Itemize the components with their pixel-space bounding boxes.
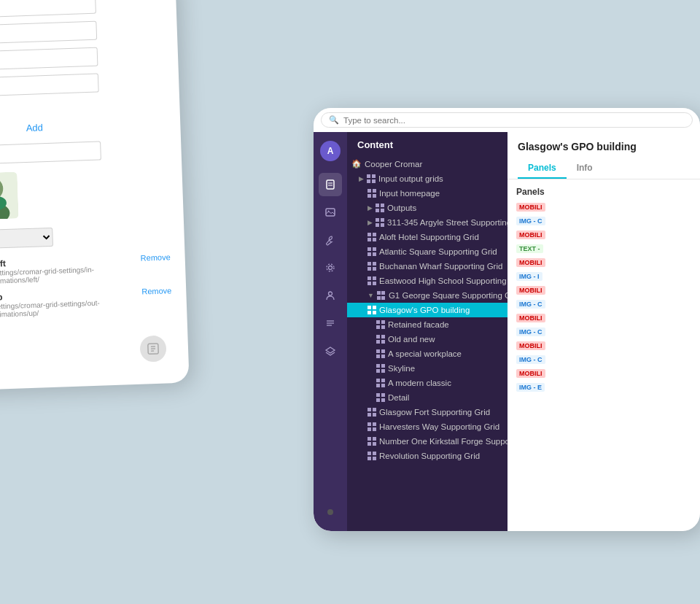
right-tablet: 🔍 A bbox=[314, 108, 700, 531]
grid-icon bbox=[368, 437, 376, 446]
avatar bbox=[0, 171, 19, 220]
input-2[interactable] bbox=[0, 21, 97, 44]
tree-label: Detail bbox=[388, 393, 409, 402]
tree-item-atlantic[interactable]: Atlantic Square Supporting Grid bbox=[347, 244, 508, 259]
input-1[interactable] bbox=[0, 0, 96, 18]
tree-item-311-argyle[interactable]: ▶ 311-345 Argyle Street Supporting Grid bbox=[347, 215, 508, 230]
panel-tag-mobili-6: MOBILI bbox=[516, 341, 545, 350]
detail-body: Panels MOBILI IMG - C MOBILI TEXT - MOBI… bbox=[508, 179, 700, 531]
grid-icon bbox=[376, 218, 384, 227]
panel-tag-img-1: IMG - C bbox=[516, 217, 545, 225]
grid-icon bbox=[368, 276, 376, 285]
tree-item-g1[interactable]: ▼ G1 George Square Supporting Grid bbox=[347, 288, 508, 303]
tree-scroll[interactable]: 🏠 Cooper Cromar ▶ Input output grids Inp… bbox=[347, 156, 508, 531]
grid-icon bbox=[367, 174, 376, 183]
detail-title: Glasgow's GPO building bbox=[518, 141, 690, 152]
tab-panels[interactable]: Panels bbox=[518, 158, 567, 179]
panel-row-4: TEXT - bbox=[516, 244, 691, 253]
tree-item-cooper-cromar[interactable]: 🏠 Cooper Cromar bbox=[347, 156, 508, 171]
sidebar-icon-layers[interactable] bbox=[319, 339, 342, 363]
panel-tag-img-2: IMG - I bbox=[516, 272, 542, 281]
wide-input[interactable] bbox=[0, 141, 101, 164]
tree-label: Cooper Cromar bbox=[365, 160, 422, 169]
grid-icon bbox=[368, 247, 376, 256]
animation-row-up: Up /settings/cromar-grid-settings/out-an… bbox=[0, 286, 172, 319]
left-tablet: ✕ Add Left /settings/cromar-grid-setting… bbox=[0, 0, 190, 390]
add-button[interactable]: Add bbox=[0, 120, 101, 135]
panel-row-2: IMG - C bbox=[516, 217, 691, 225]
arrow-icon: ▶ bbox=[368, 204, 373, 212]
grid-icon bbox=[368, 452, 376, 460]
grid-icon bbox=[368, 262, 376, 271]
content-header: Content bbox=[347, 132, 508, 156]
tree-item-input-output-grids[interactable]: ▶ Input output grids bbox=[347, 171, 508, 186]
tree-item-eastwood[interactable]: Eastwood High School Supporting Grid bbox=[347, 274, 508, 288]
arrow-icon: ▶ bbox=[368, 219, 373, 226]
sidebar-avatar: A bbox=[320, 141, 341, 161]
select-box[interactable] bbox=[0, 228, 53, 249]
svg-rect-8 bbox=[327, 180, 334, 189]
grid-icon bbox=[368, 306, 376, 314]
grid-icon bbox=[377, 291, 386, 300]
panel-row-3: MOBILI bbox=[516, 231, 691, 239]
panel-row-14: IMG - E bbox=[516, 383, 691, 392]
tree-item-special-workplace[interactable]: A special workplace bbox=[347, 346, 508, 361]
tree-item-skyline[interactable]: Skyline bbox=[347, 361, 508, 376]
remove-left-button[interactable]: Remove bbox=[140, 252, 170, 262]
tablet-right-inner: A bbox=[314, 132, 700, 531]
search-icon: 🔍 bbox=[329, 115, 339, 125]
panel-row-11: MOBILI bbox=[516, 341, 691, 350]
tab-info[interactable]: Info bbox=[567, 158, 603, 179]
content-panel: Content 🏠 Cooper Cromar ▶ Input output g… bbox=[347, 132, 508, 531]
tree-label: Number One Kirkstall Forge Supporting Gr… bbox=[379, 437, 508, 446]
tree-label: Input homepage bbox=[379, 189, 440, 198]
animation-row-left: Left /settings/cromar-grid-settings/in-a… bbox=[0, 252, 171, 285]
remove-up-button[interactable]: Remove bbox=[141, 286, 171, 295]
tree-item-number-one-kirkstall[interactable]: Number One Kirkstall Forge Supporting Gr… bbox=[347, 434, 508, 449]
grid-icon bbox=[376, 364, 385, 373]
grid-icon bbox=[376, 349, 385, 358]
panel-row-7: MOBILI bbox=[516, 286, 691, 295]
tree-label: Atlantic Square Supporting Grid bbox=[379, 247, 497, 256]
tree-label: Buchanan Wharf Supporting Grid bbox=[379, 262, 502, 271]
grid-icon bbox=[368, 408, 376, 417]
panel-tag-img-6: IMG - E bbox=[516, 383, 545, 392]
search-input[interactable] bbox=[343, 116, 685, 125]
sidebar-icon-wrench[interactable] bbox=[319, 228, 342, 252]
tree-label: Harvesters Way Supporting Grid bbox=[379, 422, 499, 431]
grid-icon bbox=[376, 335, 385, 344]
detail-tabs: Panels Info bbox=[518, 158, 690, 179]
detail-header: Glasgow's GPO building Panels Info bbox=[508, 132, 700, 179]
sidebar: A bbox=[314, 132, 347, 531]
tree-item-modern-classic[interactable]: A modern classic bbox=[347, 376, 508, 390]
tree-item-outputs[interactable]: ▶ Outputs bbox=[347, 201, 508, 215]
tree-item-glasgow-fort[interactable]: Glasgow Fort Supporting Grid bbox=[347, 405, 508, 419]
tree-label: A special workplace bbox=[388, 349, 462, 358]
tree-item-harvesters[interactable]: Harvesters Way Supporting Grid bbox=[347, 419, 508, 434]
tree-item-buchanan[interactable]: Buchanan Wharf Supporting Grid bbox=[347, 259, 508, 274]
input-3[interactable] bbox=[0, 47, 98, 71]
sidebar-icon-person[interactable] bbox=[319, 284, 342, 307]
sidebar-icon-gear[interactable] bbox=[319, 256, 342, 279]
tree-item-old-new[interactable]: Old and new bbox=[347, 332, 508, 346]
svg-point-15 bbox=[329, 292, 332, 295]
tree-item-retained-facade[interactable]: Retained facade bbox=[347, 317, 508, 332]
sidebar-icon-list[interactable] bbox=[319, 311, 342, 335]
grid-icon bbox=[376, 379, 385, 387]
tree-label: A modern classic bbox=[388, 379, 451, 387]
panel-tag-mobili-1: MOBILI bbox=[516, 203, 545, 212]
tree-item-aloft[interactable]: Aloft Hotel Supporting Grid bbox=[347, 230, 508, 244]
sidebar-icon-image[interactable] bbox=[319, 201, 342, 224]
panel-tag-mobili-2: MOBILI bbox=[516, 231, 545, 239]
tree-item-input-homepage[interactable]: Input homepage bbox=[347, 186, 508, 201]
toggle-row: ✕ bbox=[0, 97, 165, 114]
tree-item-gpo-active[interactable]: Glasgow's GPO building bbox=[347, 303, 508, 317]
tree-item-revolution[interactable]: Revolution Supporting Grid bbox=[347, 449, 508, 463]
tree-item-detail[interactable]: Detail bbox=[347, 390, 508, 405]
grid-icon bbox=[368, 422, 376, 431]
input-4[interactable] bbox=[0, 74, 99, 97]
grid-icon bbox=[368, 189, 376, 198]
sidebar-icon-file[interactable] bbox=[319, 173, 342, 196]
panel-row-6: IMG - I bbox=[516, 272, 691, 281]
search-wrap: 🔍 bbox=[321, 112, 693, 128]
